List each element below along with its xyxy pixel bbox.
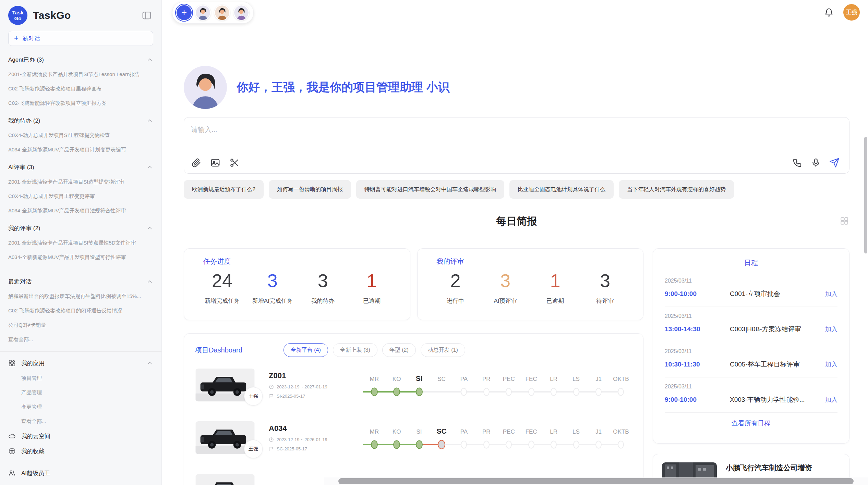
my-apps-item[interactable]: 查看全部...	[8, 414, 153, 428]
milestone-dot	[528, 388, 534, 396]
sidebar-section-header[interactable]: 我的待办 (2)	[8, 113, 153, 128]
sidebar-item-help-me-write[interactable]: 帮我写作	[8, 481, 153, 485]
phone-icon[interactable]	[792, 158, 803, 168]
agent-avatar-1[interactable]	[195, 5, 211, 21]
suggestion-chip[interactable]: 如何写一份清晰的项目周报	[269, 180, 351, 199]
notification-bell-icon[interactable]	[824, 8, 834, 17]
stat-item: 1已逾期	[537, 270, 574, 305]
sidebar-item[interactable]: 解释最新出台的欧盟报废车法规再生塑料比例被调至15%...	[8, 289, 153, 303]
vertical-scrollbar-thumb[interactable]	[864, 137, 867, 253]
dashboard-filter-pill[interactable]: 动总开发 (1)	[421, 343, 465, 357]
sidebar-item[interactable]: C0X4-动力总成开发项目工程变更评审	[8, 189, 153, 203]
sidebar-section-header[interactable]: 最近对话	[8, 274, 153, 289]
join-link[interactable]: 加入	[825, 360, 837, 369]
suggestion-chip[interactable]: 当下年轻人对汽车外观有怎样的喜好趋势	[619, 180, 734, 199]
sidebar-item[interactable]: C02-飞腾新能源轻客改款项目立项汇报方案	[8, 96, 153, 110]
sidebar-item[interactable]: Z001-全新燃油皮卡产品开发项目SI节点Lesson Learn报告	[8, 67, 153, 82]
milestone-stage: PR	[475, 426, 497, 450]
sidebar-item-cloud-space[interactable]: 我的云空间	[8, 428, 153, 444]
sidebar-section-label: AI评审 (3)	[8, 163, 34, 171]
news-title: 小鹏飞行汽车制造公司增资	[726, 463, 840, 473]
sidebar-item[interactable]: A034-全新新能源MUV产品开发项目造型可行性评审	[8, 250, 153, 264]
sidebar: Task Go TaskGo + 新对话 Agent已办 (3)Z001-全新燃…	[0, 0, 162, 485]
new-chat-label: 新对话	[23, 35, 40, 42]
join-link[interactable]: 加入	[825, 325, 837, 333]
microphone-icon[interactable]	[811, 158, 821, 168]
schedule-event-title: C005-整车工程目标评审	[730, 360, 825, 369]
chevron-up-icon	[146, 225, 153, 232]
sidebar-item[interactable]: 公司Q3轻卡销量	[8, 318, 153, 332]
chevron-up-icon	[146, 278, 153, 285]
sidebar-item[interactable]: C02-飞腾新能源轻客改款项目的闭环通告反馈情况	[8, 303, 153, 318]
sidebar-section-header[interactable]: Agent已办 (3)	[8, 52, 153, 67]
sidebar-section-label: Agent已办 (3)	[8, 56, 44, 64]
flag-icon	[269, 446, 274, 451]
milestone-dot-row	[430, 387, 453, 397]
stat-card-title: 我的评审	[437, 257, 624, 266]
sidebar-item[interactable]: 查看全部...	[8, 332, 153, 347]
milestone-stage: SI	[408, 426, 430, 450]
horizontal-scrollbar-thumb[interactable]	[338, 478, 854, 484]
sidebar-item[interactable]: A034-全新新能源MUV产品开发项目法规符合性评审	[8, 203, 153, 218]
sidebar-section-header[interactable]: AI评审 (3)	[8, 160, 153, 175]
milestone-dot-row	[363, 439, 385, 450]
sidebar-section: 我的评审 (2)Z001-全新燃油轻卡产品开发项目SI节点属性5D文件评审A03…	[8, 221, 153, 264]
sidebar-item[interactable]: A034-全新新能源MUV产品开发项目计划变更表编写	[8, 142, 153, 157]
my-apps-item[interactable]: 项目管理	[8, 371, 153, 385]
dashboard-filter-pill[interactable]: 年型 (2)	[382, 343, 416, 357]
milestone-track: MRKOSISCPAPRPECFECLRLSJ1OKTB	[363, 426, 632, 450]
user-avatar[interactable]: 王强	[843, 4, 860, 21]
my-apps-item[interactable]: 产品管理	[8, 385, 153, 400]
agent-avatar-3[interactable]	[233, 5, 249, 21]
sidebar-item-ai-super-staff[interactable]: AI超级员工	[8, 465, 153, 481]
send-icon[interactable]	[829, 158, 840, 168]
project-row[interactable]: 王强Z0012023-12-19 ~ 2027-01-19SI-2025-05-…	[195, 369, 632, 401]
sidebar-item[interactable]: C02-飞腾新能源轻客改款项目里程碑画布	[8, 82, 153, 96]
chat-composer[interactable]: 请输入...	[184, 117, 849, 174]
stat-row: 2进行中3AI预评审1已逾期3待评审	[437, 270, 624, 305]
join-link[interactable]: 加入	[825, 396, 837, 404]
sidebar-collapse-icon[interactable]	[142, 10, 152, 21]
topbar: + 王强	[184, 0, 849, 25]
project-info: A0342023-12-19 ~ 2026-01-19SC-2025-05-17	[269, 424, 349, 451]
agent-avatar-2[interactable]	[214, 5, 230, 21]
milestone-dot-row	[587, 387, 610, 397]
attachment-icon[interactable]	[191, 158, 201, 168]
milestone-dot	[416, 440, 423, 449]
scissors-icon[interactable]	[229, 158, 240, 168]
sidebar-item[interactable]: C0X4-动力总成开发项目SI里程碑提交物检查	[8, 128, 153, 142]
left-column: 任务进度24新增完成任务3新增AI完成任务3我的待办1已逾期我的评审2进行中3A…	[184, 248, 643, 485]
join-link[interactable]: 加入	[825, 290, 837, 298]
sidebar-section-header[interactable]: 我的评审 (2)	[8, 221, 153, 236]
sidebar-section: 我的待办 (2)C0X4-动力总成开发项目SI里程碑提交物检查A034-全新新能…	[8, 113, 153, 157]
sidebar-section: AI评审 (3)Z001-全新燃油轻卡产品开发项目SI造型提交物评审C0X4-动…	[8, 160, 153, 218]
schedule-time: 10:30-11:30	[665, 361, 730, 368]
stat-label: 待评审	[586, 297, 624, 305]
milestone-stage: MR	[363, 426, 385, 450]
sidebar-item[interactable]: Z001-全新燃油轻卡产品开发项目SI节点属性5D文件评审	[8, 236, 153, 250]
add-agent-button[interactable]: +	[177, 5, 192, 20]
new-chat-button[interactable]: + 新对话	[8, 31, 153, 46]
image-icon[interactable]	[210, 158, 220, 168]
suggestion-chip[interactable]: 比亚迪全固态电池计划具体说了什么	[509, 180, 614, 199]
milestone-dot-row	[453, 387, 475, 397]
view-all-schedule-link[interactable]: 查看所有日程	[665, 413, 837, 431]
suggestion-chip[interactable]: 欧洲新规最近颁布了什么?	[184, 180, 264, 199]
layout-grid-icon[interactable]	[840, 216, 849, 225]
project-row[interactable]: 王强A0342023-12-19 ~ 2026-01-19SC-2025-05-…	[195, 421, 632, 454]
sidebar-item-my-apps[interactable]: 我的应用	[8, 355, 153, 371]
milestone-stage: FEC	[520, 373, 542, 397]
dashboard-filter-pill[interactable]: 全新平台 (4)	[284, 343, 328, 357]
sidebar-links: 我的云空间我的收藏	[8, 428, 153, 459]
sidebar-item[interactable]: Z001-全新燃油轻卡产品开发项目SI造型提交物评审	[8, 175, 153, 189]
stat-item: 3新增AI完成任务	[252, 270, 293, 305]
sidebar-item-favorites[interactable]: 我的收藏	[8, 444, 153, 459]
milestone-dot-row	[453, 439, 475, 450]
suggestion-chip[interactable]: 特朗普可能对进口汽车增税会对中国车企造成哪些影响	[356, 180, 504, 199]
dashboard-filter-pill[interactable]: 全新上装 (3)	[333, 343, 377, 357]
star-icon	[8, 447, 16, 455]
sidebar-section: Agent已办 (3)Z001-全新燃油皮卡产品开发项目SI节点Lesson L…	[8, 52, 153, 110]
schedule-event-title: X003-车辆动力学性能验...	[730, 395, 825, 404]
stat-value: 1	[353, 270, 391, 291]
my-apps-item[interactable]: 变更管理	[8, 400, 153, 414]
